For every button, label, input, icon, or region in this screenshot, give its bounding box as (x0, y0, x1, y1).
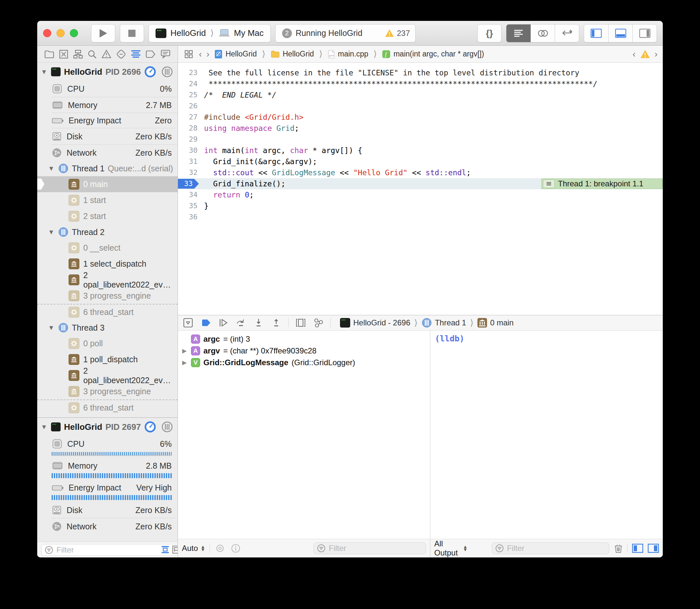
assistant-editor-button[interactable] (531, 24, 555, 42)
disclosure-triangle-icon[interactable]: ▼ (48, 324, 55, 332)
step-into-button[interactable] (253, 317, 264, 328)
thread-view-icon[interactable] (161, 66, 173, 78)
code-line[interactable]: 33 Grid_finalize();Thread 1: breakpoint … (178, 178, 663, 189)
warning-count[interactable]: 237 (385, 29, 410, 38)
step-out-button[interactable] (271, 317, 282, 328)
step-over-button[interactable] (235, 317, 246, 328)
code-snippets-button[interactable]: {} (477, 24, 501, 42)
quick-look-icon[interactable] (215, 543, 226, 554)
stack-frame-row[interactable]: 3 progress_engine (37, 383, 177, 399)
stack-frame-row[interactable]: 2 opal_libevent2022_ev… (37, 367, 177, 383)
console-filter-input[interactable] (507, 544, 605, 553)
line-number[interactable]: 28 (178, 123, 204, 134)
performance-gauge-icon[interactable] (144, 421, 156, 433)
stack-frame-row[interactable]: 1 select_dispatch (37, 256, 177, 272)
variables-scope-popup[interactable]: Auto ▲▼ (182, 544, 205, 553)
breakpoints-toggle-button[interactable] (200, 317, 211, 328)
code-line[interactable]: 26 (178, 101, 663, 111)
code-line[interactable]: 28using namespace Grid; (178, 123, 663, 134)
minimize-window-button[interactable] (56, 29, 65, 37)
zoom-window-button[interactable] (70, 29, 78, 37)
find-navigator-icon[interactable] (87, 50, 97, 59)
debug-view-hierarchy-button[interactable] (295, 317, 306, 328)
navigator-filter-field[interactable] (41, 544, 178, 556)
jumpbar-crumb-project[interactable]: HelloGrid (214, 50, 257, 59)
version-editor-button[interactable] (555, 24, 579, 42)
disclosure-triangle-icon[interactable]: ▶ (181, 359, 188, 366)
variables-filter-field[interactable] (313, 542, 426, 554)
toggle-navigator-button[interactable] (584, 24, 608, 42)
debug-crumb-frame[interactable]: 0 main (477, 318, 514, 328)
toggle-inspector-button[interactable] (632, 24, 656, 42)
stack-frame-row[interactable]: 6 thread_start (37, 399, 177, 416)
next-issue-button[interactable]: › (655, 49, 658, 59)
source-control-navigator-icon[interactable] (59, 50, 68, 59)
issue-warning-icon[interactable] (640, 50, 650, 58)
previous-issue-button[interactable]: ‹ (632, 49, 635, 59)
debug-crumb-thread[interactable]: Thread 1 (422, 317, 466, 328)
disclosure-triangle-icon[interactable]: ▼ (40, 423, 48, 431)
jumpbar-crumb-file[interactable]: c++ main.cpp (328, 50, 368, 59)
process-row[interactable]: ▼HelloGridPID 2696 (37, 63, 177, 80)
console-filter-field[interactable] (492, 542, 609, 554)
project-navigator-icon[interactable] (45, 50, 54, 58)
breakpoint-annotation[interactable]: Thread 1: breakpoint 1.1 (541, 178, 663, 189)
test-navigator-icon[interactable] (116, 49, 126, 59)
code-line[interactable]: 25/* END LEGAL */ (178, 89, 663, 101)
stack-frame-row[interactable]: 0 poll (37, 335, 177, 351)
code-line[interactable]: 32 std::cout << GridLogMessage << "Hello… (178, 167, 663, 178)
stack-frame-row[interactable]: 1 start (37, 192, 177, 208)
line-number[interactable]: 36 (178, 211, 204, 223)
line-number[interactable]: 32 (178, 167, 204, 178)
line-number[interactable]: 35 (178, 201, 204, 211)
stack-frame-row[interactable]: 2 start (37, 208, 177, 224)
scheme-selector[interactable]: HelloGrid ⟩ My Mac (149, 24, 271, 42)
hide-debug-area-button[interactable] (183, 317, 193, 328)
issue-navigator-icon[interactable] (102, 50, 111, 58)
thread-row[interactable]: ▼Thread 2 (37, 224, 177, 240)
report-navigator-icon[interactable] (160, 50, 170, 58)
continue-button[interactable] (218, 317, 229, 328)
debug-crumb-process[interactable]: HelloGrid - 2696 (340, 317, 410, 328)
code-line[interactable]: 35} (178, 201, 663, 211)
code-line[interactable]: 36 (178, 211, 663, 223)
line-number[interactable]: 34 (178, 189, 204, 201)
show-variables-view-button[interactable] (632, 543, 643, 554)
breakpoint-annotation-menu-icon[interactable] (543, 179, 555, 188)
disclosure-triangle-icon[interactable]: ▼ (48, 228, 55, 236)
code-line[interactable]: 30int main(int argc, char * argv[]) { (178, 145, 663, 156)
line-number[interactable]: 31 (178, 156, 204, 167)
line-number[interactable]: 24 (178, 78, 204, 89)
forward-button[interactable]: › (206, 49, 209, 59)
activity-status-bar[interactable]: 2 Running HelloGrid 237 (275, 24, 416, 42)
jumpbar-crumb-symbol[interactable]: f main(int argc, char * argv[]) (382, 50, 484, 58)
filter-running-icon[interactable] (161, 545, 169, 555)
code-line[interactable]: 27#include <Grid/Grid.h> (178, 111, 663, 123)
line-number[interactable]: 30 (178, 145, 204, 156)
filter-frames-icon[interactable] (172, 545, 178, 555)
disclosure-triangle-icon[interactable]: ▼ (48, 165, 55, 172)
stack-frame-row[interactable]: 1 poll_dispatch (37, 351, 177, 367)
jumpbar-crumb-group[interactable]: HelloGrid (271, 50, 314, 58)
variable-row[interactable]: ▶VGrid::GridLogMessage(Grid::GridLogger) (178, 357, 430, 368)
navigator-filter-input[interactable] (56, 545, 158, 555)
disclosure-triangle-icon[interactable]: ▶ (181, 347, 188, 354)
code-line[interactable]: 23 See the full license in the file "LIC… (178, 67, 663, 78)
thread-row[interactable]: ▼Thread 1Queue:...d (serial) (37, 160, 177, 176)
symbol-navigator-icon[interactable] (73, 50, 83, 59)
debug-memory-graph-button[interactable] (313, 317, 324, 328)
line-number[interactable]: 29 (178, 134, 204, 145)
disclosure-triangle-icon[interactable]: ▼ (40, 68, 48, 76)
run-button[interactable] (91, 24, 115, 42)
line-number[interactable]: 25 (178, 89, 204, 101)
close-window-button[interactable] (43, 29, 51, 37)
line-number[interactable]: 23 (178, 67, 204, 78)
line-number[interactable]: 27 (178, 111, 204, 123)
debug-navigator-icon[interactable] (131, 50, 141, 58)
stack-frame-row[interactable]: 2 opal_libevent2022_ev… (37, 272, 177, 288)
thread-row[interactable]: ▼Thread 3 (37, 320, 177, 335)
code-line[interactable]: 29 (178, 134, 663, 145)
stop-button[interactable] (120, 24, 144, 42)
stack-frame-row[interactable]: 0 main (37, 176, 177, 192)
line-number[interactable]: 26 (178, 101, 204, 111)
